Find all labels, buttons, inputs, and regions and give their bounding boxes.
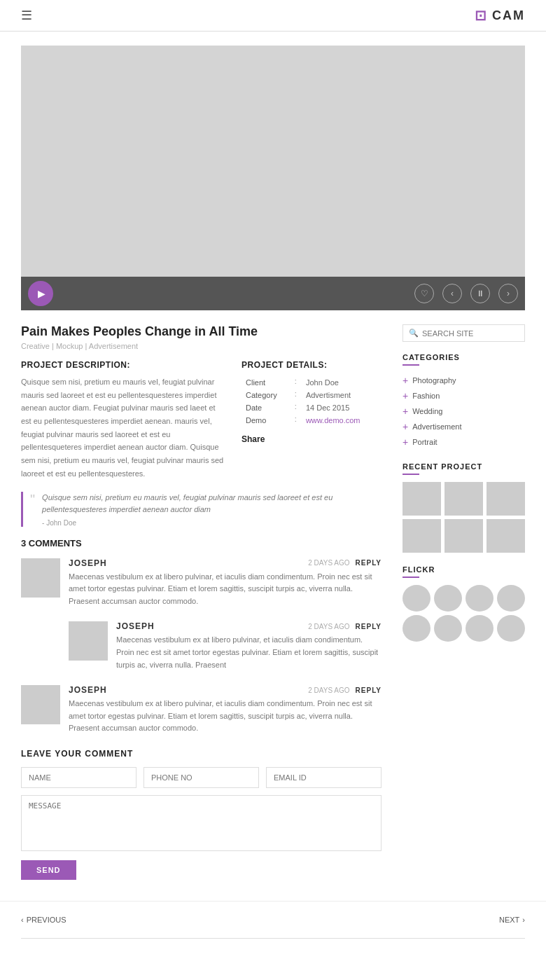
reply-btn-1[interactable]: REPLY (356, 559, 382, 567)
demo-label: Demo (243, 415, 290, 426)
flickr-thumb-6[interactable] (434, 615, 462, 642)
recent-thumb-5[interactable] (444, 519, 483, 553)
recent-thumb-3[interactable] (486, 482, 525, 516)
heart-button[interactable]: ♡ (414, 284, 434, 303)
prev-icon: ‹ (451, 289, 454, 298)
cat-portrait[interactable]: + Portrait (402, 434, 525, 450)
comment-name-2: JOSEPH (116, 621, 155, 631)
flickr-thumb-5[interactable] (402, 615, 430, 642)
search-box: 🔍 (402, 324, 525, 342)
comment-body-2: JOSEPH 2 DAYS AGO REPLY Maecenas vestibu… (116, 621, 382, 671)
comments-count: 3 COMMENTS (21, 538, 382, 548)
search-input[interactable] (422, 329, 519, 338)
prev-nav-label: PREVIOUS (27, 916, 66, 924)
desc-text: Quisque sem nisi, pretium eu mauris vel,… (21, 375, 227, 481)
flickr-thumb-1[interactable] (402, 585, 430, 612)
recent-thumb-4[interactable] (402, 519, 441, 553)
categories-divider (402, 364, 419, 366)
comment-text-1: Maecenas vestibulum ex at libero pulvina… (69, 571, 382, 608)
comment-header-3: JOSEPH 2 DAYS AGO REPLY (69, 685, 382, 695)
play-button[interactable]: ▶ (28, 281, 53, 306)
reply-btn-2[interactable]: REPLY (356, 623, 382, 630)
flickr-thumb-4[interactable] (497, 585, 525, 612)
hero-image (21, 46, 525, 277)
demo-link[interactable]: www.demo.com (306, 416, 360, 425)
recent-thumb-2[interactable] (444, 482, 483, 516)
phone-input[interactable] (144, 767, 259, 788)
next-nav-link[interactable]: NEXT › (499, 916, 525, 924)
recent-thumb-6[interactable] (486, 519, 525, 553)
client-value: John Doe (303, 377, 380, 388)
comment-1: JOSEPH 2 DAYS AGO REPLY Maecenas vestibu… (21, 558, 382, 608)
camera-icon: ⊡ (475, 7, 488, 24)
quote-content: Quisque sem nisi, pretium eu mauris vel,… (42, 492, 382, 527)
leave-comment-title: LEAVE YOUR COMMENT (21, 749, 382, 759)
message-textarea[interactable] (21, 795, 382, 851)
prev-nav-link[interactable]: ‹ PREVIOUS (21, 916, 66, 924)
control-buttons: ♡ ‹ ⏸ › (414, 284, 518, 303)
comment-name-3: JOSEPH (69, 685, 107, 695)
next-nav-label: NEXT (499, 916, 519, 924)
category-label: Category (243, 389, 290, 401)
categories-title: CATEGORIES (402, 353, 525, 361)
flickr-thumb-8[interactable] (497, 615, 525, 642)
comment-date-1: 2 DAYS AGO (308, 559, 349, 567)
quote-author: - John Doe (42, 519, 382, 527)
bullet-icon: + (402, 437, 408, 447)
name-input[interactable] (21, 767, 136, 788)
cat-advertisement[interactable]: + Advertisement (402, 419, 525, 434)
comment-header-2: JOSEPH 2 DAYS AGO REPLY (116, 621, 382, 631)
comment-3: JOSEPH 2 DAYS AGO REPLY Maecenas vestibu… (21, 685, 382, 735)
share-label: Share (241, 434, 382, 444)
avatar-3 (21, 685, 60, 724)
comment-meta-1: 2 DAYS AGO REPLY (308, 559, 382, 567)
flickr-thumb-3[interactable] (465, 585, 493, 612)
comment-body-1: JOSEPH 2 DAYS AGO REPLY Maecenas vestibu… (69, 558, 382, 608)
pause-button[interactable]: ⏸ (470, 284, 490, 303)
search-icon: 🔍 (409, 329, 419, 338)
detail-client: Client : John Doe (243, 377, 380, 388)
comment-date-3: 2 DAYS AGO (308, 686, 349, 694)
reply-btn-3[interactable]: REPLY (356, 686, 382, 694)
flickr-thumb-2[interactable] (434, 585, 462, 612)
comment-text-3: Maecenas vestibulum ex at libero pulvina… (69, 698, 382, 735)
date-label: Date (243, 402, 290, 413)
send-button[interactable]: SEND (21, 860, 76, 880)
email-input[interactable] (266, 767, 382, 788)
hero-area: ▶ ♡ ‹ ⏸ › (21, 46, 525, 310)
hamburger-menu[interactable]: ☰ (21, 8, 32, 23)
category-value: Advertisment (303, 389, 380, 401)
recent-project-grid (402, 482, 525, 553)
main-content: Pain Makes Peoples Change in All Time Cr… (0, 310, 546, 894)
project-description: Project Description: Quisque sem nisi, p… (21, 360, 227, 481)
desc-title: Project Description: (21, 360, 227, 370)
next-button[interactable]: › (498, 284, 518, 303)
cat-wedding[interactable]: + Wedding (402, 403, 525, 419)
sidebar: 🔍 CATEGORIES + Photography + Fashion + W… (402, 324, 525, 880)
client-label: Client (243, 377, 290, 388)
hero-controls: ▶ ♡ ‹ ⏸ › (21, 277, 525, 310)
detail-demo: Demo : www.demo.com (243, 415, 380, 426)
details-table: Client : John Doe Category : Advertismen… (241, 375, 382, 427)
project-details: Project Details: Client : John Doe Categ… (241, 360, 382, 481)
recent-project-divider (402, 474, 419, 475)
date-value: 14 Dec 2015 (303, 402, 380, 413)
recent-thumb-1[interactable] (402, 482, 441, 516)
cat-photography[interactable]: + Photography (402, 373, 525, 388)
avatar-2 (69, 621, 108, 661)
details-title: Project Details: (241, 360, 382, 370)
prev-button[interactable]: ‹ (442, 284, 462, 303)
logo: ⊡ CAM (475, 7, 525, 24)
left-column: Pain Makes Peoples Change in All Time Cr… (21, 324, 382, 880)
next-chevron-icon: › (522, 916, 525, 924)
cat-fashion[interactable]: + Fashion (402, 388, 525, 403)
comment-meta-3: 2 DAYS AGO REPLY (308, 686, 382, 694)
flickr-divider (402, 577, 419, 578)
play-icon: ▶ (38, 288, 46, 299)
comment-header-1: JOSEPH 2 DAYS AGO REPLY (69, 558, 382, 568)
quote-block: " Quisque sem nisi, pretium eu mauris ve… (21, 492, 382, 527)
bullet-icon: + (402, 406, 408, 416)
flickr-thumb-7[interactable] (465, 615, 493, 642)
post-tags: Creative | Mockup | Advertisement (21, 342, 382, 350)
pause-icon: ⏸ (476, 289, 484, 298)
